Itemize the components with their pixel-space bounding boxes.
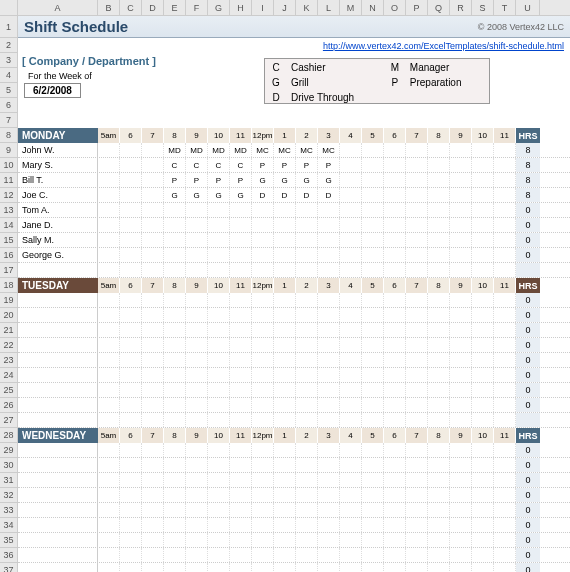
shift-cell[interactable] (406, 383, 428, 397)
row-number[interactable]: 6 (0, 98, 18, 113)
shift-cell[interactable] (362, 233, 384, 247)
shift-cell[interactable] (164, 293, 186, 307)
shift-cell[interactable] (450, 158, 472, 172)
shift-cell[interactable] (186, 518, 208, 532)
shift-cell[interactable] (98, 503, 120, 517)
col-header[interactable]: P (406, 0, 428, 15)
shift-cell[interactable] (384, 173, 406, 187)
shift-cell[interactable] (208, 338, 230, 352)
col-header[interactable]: G (208, 0, 230, 15)
shift-cell[interactable] (428, 173, 450, 187)
shift-cell[interactable] (384, 518, 406, 532)
shift-cell[interactable] (296, 548, 318, 562)
shift-cell[interactable] (406, 353, 428, 367)
shift-cell[interactable] (252, 248, 274, 262)
col-header[interactable]: Q (428, 0, 450, 15)
shift-cell[interactable] (428, 158, 450, 172)
shift-cell[interactable] (186, 398, 208, 412)
row-number[interactable]: 22 (0, 338, 18, 353)
shift-cell[interactable] (274, 218, 296, 232)
shift-cell[interactable] (142, 443, 164, 457)
shift-cell[interactable] (340, 173, 362, 187)
shift-cell[interactable] (296, 203, 318, 217)
shift-cell[interactable] (428, 293, 450, 307)
shift-cell[interactable] (494, 533, 516, 547)
shift-cell[interactable] (494, 368, 516, 382)
shift-cell[interactable] (120, 338, 142, 352)
shift-cell[interactable] (98, 263, 120, 277)
shift-cell[interactable] (340, 158, 362, 172)
shift-cell[interactable]: G (274, 173, 296, 187)
shift-cell[interactable] (164, 443, 186, 457)
shift-cell[interactable] (208, 518, 230, 532)
row-number[interactable]: 23 (0, 353, 18, 368)
shift-cell[interactable] (252, 233, 274, 247)
shift-cell[interactable] (340, 233, 362, 247)
shift-cell[interactable] (472, 413, 494, 427)
employee-name[interactable] (18, 548, 98, 562)
shift-cell[interactable] (406, 548, 428, 562)
shift-cell[interactable] (208, 263, 230, 277)
shift-cell[interactable] (494, 413, 516, 427)
shift-cell[interactable] (494, 203, 516, 217)
shift-cell[interactable] (494, 383, 516, 397)
shift-cell[interactable] (384, 218, 406, 232)
row-number[interactable]: 29 (0, 443, 18, 458)
shift-cell[interactable] (230, 203, 252, 217)
shift-cell[interactable] (230, 518, 252, 532)
shift-cell[interactable] (472, 218, 494, 232)
shift-cell[interactable] (252, 413, 274, 427)
row-number[interactable]: 5 (0, 83, 18, 98)
shift-cell[interactable]: G (318, 173, 340, 187)
shift-cell[interactable] (340, 263, 362, 277)
shift-cell[interactable] (142, 233, 164, 247)
col-header[interactable]: U (516, 0, 540, 15)
shift-cell[interactable] (450, 413, 472, 427)
shift-cell[interactable] (164, 473, 186, 487)
shift-cell[interactable] (318, 443, 340, 457)
shift-cell[interactable] (494, 308, 516, 322)
shift-cell[interactable] (186, 413, 208, 427)
shift-cell[interactable] (494, 503, 516, 517)
shift-cell[interactable] (450, 188, 472, 202)
employee-name[interactable] (18, 518, 98, 532)
shift-cell[interactable] (384, 353, 406, 367)
shift-cell[interactable] (340, 353, 362, 367)
shift-cell[interactable] (252, 458, 274, 472)
shift-cell[interactable] (120, 488, 142, 502)
row-number[interactable]: 36 (0, 548, 18, 563)
shift-cell[interactable] (450, 398, 472, 412)
shift-cell[interactable] (450, 383, 472, 397)
shift-cell[interactable]: C (208, 158, 230, 172)
col-header[interactable]: T (494, 0, 516, 15)
shift-cell[interactable] (208, 563, 230, 572)
shift-cell[interactable] (362, 173, 384, 187)
shift-cell[interactable] (472, 248, 494, 262)
shift-cell[interactable] (428, 143, 450, 157)
shift-cell[interactable] (98, 563, 120, 572)
shift-cell[interactable] (494, 548, 516, 562)
shift-cell[interactable] (494, 143, 516, 157)
shift-cell[interactable] (142, 218, 164, 232)
shift-cell[interactable] (296, 563, 318, 572)
shift-cell[interactable]: MD (230, 143, 252, 157)
shift-cell[interactable] (428, 473, 450, 487)
shift-cell[interactable] (362, 518, 384, 532)
shift-cell[interactable] (406, 308, 428, 322)
shift-cell[interactable] (274, 263, 296, 277)
shift-cell[interactable] (208, 473, 230, 487)
template-link[interactable]: http://www.vertex42.com/ExcelTemplates/s… (323, 41, 564, 51)
shift-cell[interactable] (494, 563, 516, 572)
shift-cell[interactable] (98, 413, 120, 427)
shift-cell[interactable] (252, 338, 274, 352)
shift-cell[interactable] (428, 248, 450, 262)
shift-cell[interactable] (494, 248, 516, 262)
shift-cell[interactable] (142, 488, 164, 502)
shift-cell[interactable] (318, 533, 340, 547)
shift-cell[interactable] (472, 458, 494, 472)
row-number[interactable]: 17 (0, 263, 18, 278)
employee-name[interactable] (18, 398, 98, 412)
shift-cell[interactable] (340, 473, 362, 487)
shift-cell[interactable] (340, 203, 362, 217)
shift-cell[interactable] (494, 488, 516, 502)
